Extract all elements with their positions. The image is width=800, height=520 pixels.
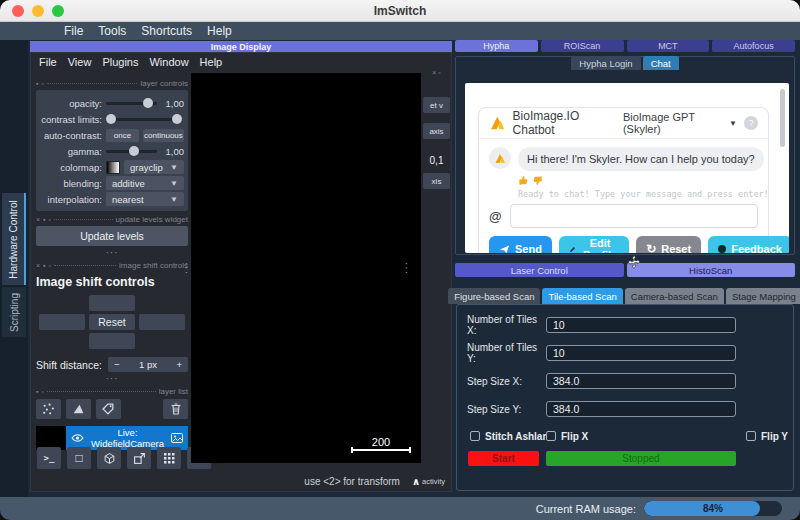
side-tab-hardware-control[interactable]: Hardware Control bbox=[2, 193, 26, 285]
axis-button-2[interactable]: xis bbox=[423, 173, 450, 189]
tab-autofocus[interactable]: Autofocus bbox=[712, 40, 795, 52]
edit-profile-button[interactable]: Edit Profile bbox=[559, 236, 629, 253]
side-tab-scripting[interactable]: Scripting bbox=[2, 287, 26, 337]
chat-input[interactable] bbox=[510, 204, 758, 228]
viewer-menu-view[interactable]: View bbox=[68, 56, 92, 68]
tab-camera-based-scan[interactable]: Camera-based Scan bbox=[625, 288, 724, 304]
roll-dimensions-button[interactable] bbox=[127, 447, 151, 469]
new-shapes-layer-button[interactable] bbox=[66, 399, 91, 419]
thumbs-up-icon[interactable] bbox=[518, 175, 529, 186]
axis-button[interactable]: axis bbox=[423, 123, 450, 139]
splitter-handle-icon[interactable]: ··· bbox=[181, 262, 192, 275]
contrast-limits-slider[interactable] bbox=[106, 114, 182, 124]
flip-y-checkbox[interactable] bbox=[746, 431, 756, 441]
console-button[interactable]: >_ bbox=[37, 447, 61, 469]
blending-select[interactable]: additive▼ bbox=[106, 176, 184, 190]
viewer-canvas[interactable]: 200 bbox=[191, 73, 421, 463]
ram-progress-bar: 84% bbox=[644, 501, 782, 516]
viewer-menu-file[interactable]: File bbox=[39, 56, 57, 68]
stitch-ashlar-checkbox[interactable] bbox=[470, 431, 480, 441]
tab-histoscan[interactable]: HistoScan bbox=[627, 263, 796, 277]
zoom-panel-icon[interactable]: ▫ bbox=[49, 262, 51, 269]
step-size-y-input[interactable] bbox=[546, 401, 736, 417]
menu-tools[interactable]: Tools bbox=[98, 24, 126, 38]
close-panel-icon[interactable]: × bbox=[36, 216, 40, 223]
feedback-button[interactable]: Feedback bbox=[708, 236, 789, 253]
interpolation-select[interactable]: nearest▼ bbox=[106, 192, 184, 206]
histoscan-scan-tabs: Figure-based Scan Tile-based Scan Camera… bbox=[455, 288, 795, 304]
zoom-panel-icon[interactable]: ▫ bbox=[41, 388, 43, 395]
stepper-minus-button[interactable]: − bbox=[114, 359, 120, 370]
menu-shortcuts[interactable]: Shortcuts bbox=[141, 24, 192, 38]
shift-distance-stepper[interactable]: − 1 px + bbox=[108, 357, 188, 372]
update-levels-button[interactable]: Update levels bbox=[36, 226, 188, 246]
minimize-window-button[interactable] bbox=[32, 5, 44, 17]
tab-laser-control[interactable]: Laser Control bbox=[455, 263, 624, 277]
viewer-menu-help[interactable]: Help bbox=[200, 56, 223, 68]
tab-figure-based-scan[interactable]: Figure-based Scan bbox=[448, 288, 540, 304]
thumbs-down-icon[interactable] bbox=[532, 175, 543, 186]
shift-up-button[interactable] bbox=[89, 295, 135, 311]
tab-chat[interactable]: Chat bbox=[643, 56, 679, 70]
auto-contrast-continuous-button[interactable]: continuous bbox=[143, 129, 184, 142]
eye-visibility-icon[interactable] bbox=[71, 433, 84, 443]
shift-right-button[interactable] bbox=[139, 314, 185, 330]
contrast-high-handle[interactable] bbox=[172, 114, 182, 124]
viewer-menu-plugins[interactable]: Plugins bbox=[102, 56, 138, 68]
tab-stage-mapping[interactable]: Stage Mapping bbox=[726, 288, 800, 304]
tab-roiscan[interactable]: ROIScan bbox=[541, 40, 624, 52]
flip-x-checkbox[interactable] bbox=[546, 431, 556, 441]
contrast-low-handle[interactable] bbox=[106, 114, 116, 124]
float-panel-icon[interactable]: ▪ bbox=[43, 216, 45, 223]
ndisplay-3d-button[interactable] bbox=[97, 447, 121, 469]
help-button[interactable]: ? bbox=[744, 116, 758, 130]
tab-hypha-login[interactable]: Hypha Login bbox=[571, 56, 640, 70]
tab-hypha[interactable]: Hypha bbox=[455, 40, 538, 52]
shift-left-button[interactable] bbox=[39, 314, 85, 330]
start-button[interactable]: Start bbox=[468, 451, 539, 466]
close-panel-icon[interactable]: × bbox=[36, 262, 40, 269]
gamma-slider[interactable] bbox=[106, 146, 157, 156]
zoom-panel-icon[interactable]: ▫ bbox=[41, 80, 43, 87]
close-window-button[interactable] bbox=[12, 5, 24, 17]
new-labels-layer-button[interactable] bbox=[96, 399, 121, 419]
gamma-slider-handle[interactable] bbox=[129, 146, 139, 156]
collapsed-panel-icons: × ▫ bbox=[423, 69, 450, 79]
splitter-handle-icon[interactable]: ··· bbox=[401, 262, 412, 275]
colormap-row: colormap: grayclip▼ bbox=[40, 159, 184, 175]
stepper-plus-button[interactable]: + bbox=[176, 359, 182, 370]
shift-reset-button[interactable]: Reset bbox=[89, 314, 135, 330]
model-selector[interactable]: BioImage GPT (Skyler) ▼ bbox=[623, 111, 737, 135]
step-size-x-input[interactable] bbox=[546, 373, 736, 389]
auto-contrast-once-button[interactable]: once bbox=[106, 129, 139, 142]
zoom-window-button[interactable] bbox=[52, 5, 64, 17]
ndisplay-2d-button[interactable]: □ bbox=[67, 447, 91, 469]
scan-status-button[interactable]: Stopped bbox=[546, 451, 736, 466]
tab-tile-based-scan[interactable]: Tile-based Scan bbox=[542, 288, 622, 304]
menu-help[interactable]: Help bbox=[207, 24, 232, 38]
delete-layer-button[interactable] bbox=[163, 399, 188, 419]
drag-handle-icon[interactable]: ··· bbox=[36, 249, 188, 257]
set-view-button[interactable]: et v bbox=[423, 97, 450, 113]
colormap-select[interactable]: grayclip▼ bbox=[124, 160, 184, 174]
drag-handle-icon[interactable]: ··· bbox=[36, 375, 188, 383]
opacity-slider[interactable] bbox=[106, 98, 157, 108]
grid-view-button[interactable] bbox=[157, 447, 181, 469]
send-button[interactable]: Send bbox=[489, 236, 552, 253]
chat-reset-button[interactable]: ↻ Reset bbox=[636, 236, 701, 253]
new-points-layer-button[interactable] bbox=[36, 399, 61, 419]
tab-mct[interactable]: MCT bbox=[627, 40, 710, 52]
menu-file[interactable]: File bbox=[64, 24, 83, 38]
float-panel-icon[interactable]: ▪ bbox=[36, 80, 38, 87]
activity-toggle[interactable]: ∧ activity bbox=[412, 476, 445, 487]
tiles-y-input[interactable] bbox=[546, 345, 736, 361]
image-display-header[interactable]: Image Display bbox=[30, 41, 452, 52]
float-panel-icon[interactable]: ▪ bbox=[36, 388, 38, 395]
opacity-slider-handle[interactable] bbox=[143, 98, 153, 108]
zoom-panel-icon[interactable]: ▫ bbox=[49, 216, 51, 223]
viewer-menu-window[interactable]: Window bbox=[149, 56, 188, 68]
shift-down-button[interactable] bbox=[89, 333, 135, 349]
float-panel-icon[interactable]: ▪ bbox=[43, 262, 45, 269]
tiles-x-input[interactable] bbox=[546, 317, 736, 333]
scrollbar-thumb[interactable] bbox=[780, 89, 785, 147]
